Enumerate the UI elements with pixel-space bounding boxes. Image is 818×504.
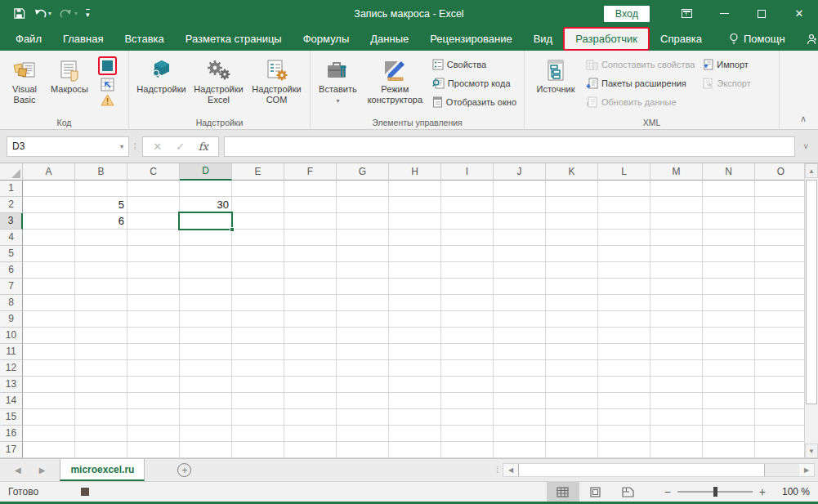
zoom-slider-handle[interactable] bbox=[713, 487, 717, 497]
sheet-tab-active[interactable]: microexcel.ru bbox=[60, 459, 145, 481]
visual-basic-button[interactable]: Visual Basic bbox=[5, 55, 44, 106]
xml-source-button[interactable]: Источник bbox=[530, 55, 582, 96]
vertical-scrollbar[interactable]: ▲ ▼ bbox=[804, 163, 818, 458]
fill-handle[interactable] bbox=[230, 227, 235, 232]
close-button[interactable]: ✕ bbox=[780, 0, 818, 27]
normal-view-button[interactable] bbox=[547, 482, 579, 502]
row-header-5[interactable]: 5 bbox=[0, 246, 23, 262]
column-header-A[interactable]: A bbox=[23, 163, 75, 181]
row-header-3[interactable]: 3 bbox=[0, 213, 23, 230]
addins-button[interactable]: Надстройки bbox=[134, 55, 189, 96]
insert-control-button[interactable]: Вставить ▾ bbox=[315, 55, 360, 108]
column-header-G[interactable]: G bbox=[337, 163, 389, 181]
scroll-left-icon[interactable]: ◀ bbox=[503, 464, 518, 476]
column-header-M[interactable]: M bbox=[650, 163, 703, 181]
column-header-O[interactable]: O bbox=[755, 163, 807, 181]
formula-input[interactable] bbox=[224, 136, 795, 157]
row-header-14[interactable]: 14 bbox=[0, 393, 23, 409]
sheet-prev-icon[interactable]: ◀ bbox=[15, 466, 21, 475]
column-header-D[interactable]: D bbox=[180, 163, 232, 181]
page-layout-view-button[interactable] bbox=[579, 482, 612, 502]
row-header-8[interactable]: 8 bbox=[0, 295, 23, 311]
column-header-L[interactable]: L bbox=[598, 163, 650, 181]
scroll-right-icon[interactable]: ▶ bbox=[799, 464, 814, 476]
hscroll-splitter[interactable]: ⁞ bbox=[496, 466, 499, 475]
tab-developer[interactable]: Разработчик bbox=[563, 27, 650, 51]
zoom-out-button[interactable]: − bbox=[664, 485, 671, 498]
horizontal-scrollbar[interactable]: ⁞ ◀ ▶ bbox=[496, 459, 818, 481]
expansion-packs-button[interactable]: Пакеты расширения bbox=[583, 75, 697, 91]
import-button[interactable]: Импорт bbox=[699, 56, 753, 73]
tab-home[interactable]: Главная bbox=[52, 27, 114, 51]
row-header-2[interactable]: 2 bbox=[0, 197, 23, 213]
column-header-F[interactable]: F bbox=[284, 163, 337, 181]
sheet-next-icon[interactable]: ▶ bbox=[39, 466, 46, 475]
row-header-7[interactable]: 7 bbox=[0, 279, 23, 295]
row-header-13[interactable]: 13 bbox=[0, 377, 23, 393]
worksheet-grid[interactable]: 5630 ABCDEFGHIJKLMNO 1234567891011121314… bbox=[0, 163, 818, 458]
tab-insert[interactable]: Вставка bbox=[114, 27, 174, 51]
design-mode-button[interactable]: Режим конструктора bbox=[362, 55, 428, 106]
selected-cell-outline[interactable] bbox=[178, 212, 233, 230]
formula-bar-expand-icon[interactable]: ˅ bbox=[800, 142, 811, 151]
excel-addins-button[interactable]: Надстройки Excel bbox=[190, 55, 247, 106]
macro-security-button[interactable] bbox=[101, 94, 114, 106]
minimize-button[interactable] bbox=[705, 0, 743, 27]
row-header-6[interactable]: 6 bbox=[0, 262, 23, 279]
run-dialog-button[interactable]: Отобразить окно bbox=[430, 94, 519, 110]
row-header-10[interactable]: 10 bbox=[0, 328, 23, 344]
maximize-button[interactable] bbox=[743, 0, 780, 27]
cells-area[interactable]: 5630 bbox=[23, 181, 818, 458]
column-header-H[interactable]: H bbox=[389, 163, 441, 181]
column-header-N[interactable]: N bbox=[703, 163, 755, 181]
row-header-4[interactable]: 4 bbox=[0, 230, 23, 246]
name-box-dropdown-icon[interactable]: ▾ bbox=[120, 143, 123, 150]
tab-review[interactable]: Рецензирование bbox=[419, 27, 522, 51]
collapse-ribbon-icon[interactable]: ∧ bbox=[800, 114, 807, 124]
column-header-E[interactable]: E bbox=[232, 163, 284, 181]
cell-D2[interactable]: 30 bbox=[180, 197, 232, 213]
save-button[interactable] bbox=[13, 7, 25, 20]
formula-bar-splitter[interactable]: ⁞ bbox=[134, 142, 137, 151]
column-header-J[interactable]: J bbox=[494, 163, 546, 181]
new-sheet-button[interactable]: + bbox=[177, 463, 191, 477]
tab-page-layout[interactable]: Разметка страницы bbox=[175, 27, 293, 51]
tab-formulas[interactable]: Формулы bbox=[293, 27, 360, 51]
column-header-K[interactable]: K bbox=[546, 163, 598, 181]
horizontal-scroll-thumb[interactable] bbox=[518, 464, 765, 476]
signin-button[interactable]: Вход bbox=[604, 6, 650, 22]
zoom-level-label[interactable]: 100 % bbox=[772, 486, 810, 497]
row-header-16[interactable]: 16 bbox=[0, 426, 23, 442]
customize-qat-button[interactable]: ▾ bbox=[86, 9, 90, 19]
tab-help[interactable]: Справка bbox=[650, 27, 713, 51]
column-header-B[interactable]: B bbox=[75, 163, 127, 181]
macro-recording-stop-icon[interactable] bbox=[81, 488, 89, 496]
column-header-I[interactable]: I bbox=[441, 163, 494, 181]
macros-button[interactable]: Макросы bbox=[46, 55, 93, 96]
zoom-in-button[interactable]: + bbox=[759, 485, 766, 498]
relative-references-button[interactable] bbox=[101, 78, 114, 91]
vertical-scroll-thumb[interactable] bbox=[806, 180, 817, 404]
scroll-down-icon[interactable]: ▼ bbox=[805, 444, 818, 458]
select-all-corner[interactable] bbox=[0, 163, 23, 181]
tab-data[interactable]: Данные bbox=[360, 27, 419, 51]
name-box[interactable]: D3 ▾ bbox=[7, 136, 129, 157]
row-header-15[interactable]: 15 bbox=[0, 409, 23, 426]
properties-button[interactable]: Свойства bbox=[430, 56, 519, 73]
column-header-C[interactable]: C bbox=[127, 163, 180, 181]
tab-view[interactable]: Вид bbox=[523, 27, 564, 51]
share-button[interactable]: Поделиться bbox=[793, 27, 818, 51]
page-break-view-button[interactable] bbox=[612, 482, 645, 502]
stop-recording-button[interactable] bbox=[98, 56, 117, 75]
undo-button[interactable]: ▾ bbox=[34, 8, 51, 20]
ribbon-display-options-button[interactable] bbox=[668, 0, 705, 27]
view-code-button[interactable]: Просмотр кода bbox=[430, 75, 519, 91]
row-header-1[interactable]: 1 bbox=[0, 181, 23, 197]
row-header-9[interactable]: 9 bbox=[0, 311, 23, 328]
zoom-slider[interactable] bbox=[677, 491, 753, 493]
cell-B3[interactable]: 6 bbox=[75, 213, 127, 230]
row-header-17[interactable]: 17 bbox=[0, 442, 23, 458]
assistant-button[interactable]: Помощн bbox=[721, 27, 793, 51]
cell-B2[interactable]: 5 bbox=[75, 197, 127, 213]
row-header-11[interactable]: 11 bbox=[0, 344, 23, 360]
